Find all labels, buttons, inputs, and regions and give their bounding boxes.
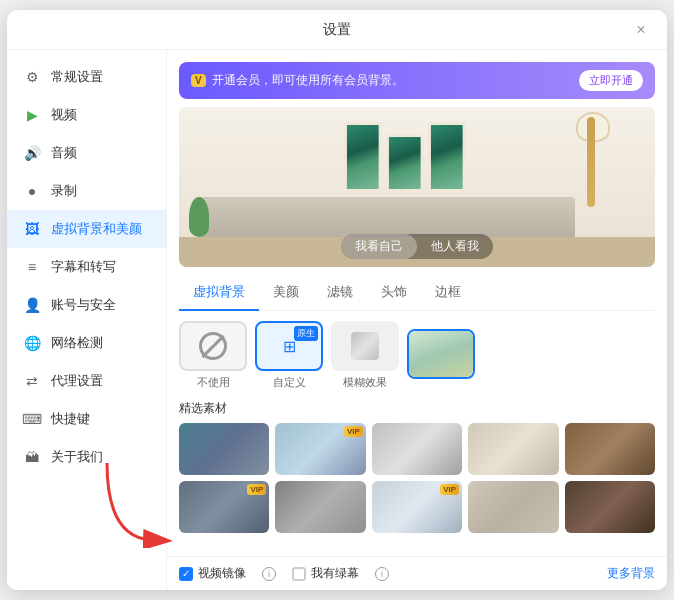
bg-room1-icon [407, 329, 475, 379]
material-item-m2[interactable]: VIP [275, 423, 365, 475]
material-item-m5[interactable] [565, 423, 655, 475]
vip-banner-left: V 开通会员，即可使用所有会员背景。 [191, 72, 404, 89]
sidebar-icon-network: 🌐 [23, 334, 41, 352]
tabs-row: 虚拟背景美颜滤镜头饰边框 [179, 275, 655, 311]
preview-area: 我看自己 他人看我 [179, 107, 655, 267]
sidebar-label-record: 录制 [51, 182, 77, 200]
green-screen-label: 我有绿幕 [311, 565, 359, 582]
bg-custom-icon: ⊞ 原生 [255, 321, 323, 371]
dialog-title: 设置 [323, 21, 351, 39]
sofa [199, 197, 575, 237]
tab-边框[interactable]: 边框 [421, 275, 475, 311]
sidebar-label-subtitle: 字幕和转写 [51, 258, 116, 276]
material-thumb-m3 [372, 423, 462, 475]
bg-options: 不使用 ⊞ 原生 自定义 模糊效果 [167, 311, 667, 400]
view-self-button[interactable]: 我看自己 [341, 234, 417, 259]
close-button[interactable]: × [631, 20, 651, 40]
material-thumb-m4 [468, 423, 558, 475]
sidebar-label-account: 账号与安全 [51, 296, 116, 314]
bottom-bar: ✓ 视频镜像 i 我有绿幕 i 更多背景 [167, 556, 667, 590]
video-mirror-info-icon[interactable]: i [262, 567, 276, 581]
room-thumb [409, 331, 473, 377]
sidebar-item-video[interactable]: ▶ 视频 [7, 96, 166, 134]
main-content: V 开通会员，即可使用所有会员背景。 立即开通 [167, 50, 667, 590]
sidebar-item-proxy[interactable]: ⇄ 代理设置 [7, 362, 166, 400]
video-mirror-check: ✓ [179, 567, 193, 581]
material-thumb-m1 [179, 423, 269, 475]
sidebar-label-network: 网络检测 [51, 334, 103, 352]
paintings [344, 122, 466, 192]
bg-custom-label: 自定义 [273, 375, 306, 390]
material-thumb-m10 [565, 481, 655, 533]
title-bar: 设置 × [7, 10, 667, 50]
vip-banner[interactable]: V 开通会员，即可使用所有会员背景。 立即开通 [179, 62, 655, 99]
tab-滤镜[interactable]: 滤镜 [313, 275, 367, 311]
sidebar-label-audio: 音频 [51, 144, 77, 162]
sidebar-icon-proxy: ⇄ [23, 372, 41, 390]
sidebar-item-about[interactable]: 🏔 关于我们 [7, 438, 166, 476]
view-toggle: 我看自己 他人看我 [341, 234, 493, 259]
video-mirror-label: 视频镜像 [198, 565, 246, 582]
checkmark: ✓ [182, 569, 190, 579]
section-title: 精选素材 [167, 400, 667, 423]
vip-label-m8: VIP [440, 484, 459, 495]
plant [189, 197, 209, 237]
sidebar-label-video: 视频 [51, 106, 77, 124]
tab-头饰[interactable]: 头饰 [367, 275, 421, 311]
sidebar-icon-account: 👤 [23, 296, 41, 314]
bg-option-blur[interactable]: 模糊效果 [331, 321, 399, 390]
sidebar-item-record[interactable]: ● 录制 [7, 172, 166, 210]
blur-visual [351, 332, 379, 360]
sidebar-icon-about: 🏔 [23, 448, 41, 466]
materials-grid: VIP VIP VIP [167, 423, 667, 533]
sidebar-item-network[interactable]: 🌐 网络检测 [7, 324, 166, 362]
sidebar-label-about: 关于我们 [51, 448, 103, 466]
sidebar-icon-general: ⚙ [23, 68, 41, 86]
material-item-m8[interactable]: VIP [372, 481, 462, 533]
material-item-m10[interactable] [565, 481, 655, 533]
sidebar-item-shortcut[interactable]: ⌨ 快捷键 [7, 400, 166, 438]
view-others-button[interactable]: 他人看我 [417, 234, 493, 259]
sidebar-icon-shortcut: ⌨ [23, 410, 41, 428]
sidebar: ⚙ 常规设置 ▶ 视频 🔊 音频 ● 录制 🖼 虚拟背景和美颜 ≡ 字幕和转写 … [7, 50, 167, 590]
sidebar-label-shortcut: 快捷键 [51, 410, 90, 428]
painting-3 [428, 122, 466, 192]
material-thumb-m7 [275, 481, 365, 533]
painting-2 [386, 134, 424, 192]
preview-background: 我看自己 他人看我 [179, 107, 655, 267]
material-thumb-m9 [468, 481, 558, 533]
more-backgrounds-link[interactable]: 更多背景 [607, 565, 655, 582]
sidebar-label-general: 常规设置 [51, 68, 103, 86]
bg-option-custom[interactable]: ⊞ 原生 自定义 [255, 321, 323, 390]
material-item-m9[interactable] [468, 481, 558, 533]
sidebar-icon-video: ▶ [23, 106, 41, 124]
material-item-m6[interactable]: VIP [179, 481, 269, 533]
material-item-m3[interactable] [372, 423, 462, 475]
material-item-m4[interactable] [468, 423, 558, 475]
video-mirror-checkbox[interactable]: ✓ 视频镜像 [179, 565, 246, 582]
sidebar-item-general[interactable]: ⚙ 常规设置 [7, 58, 166, 96]
sidebar-item-account[interactable]: 👤 账号与安全 [7, 286, 166, 324]
sidebar-icon-virtual-bg: 🖼 [23, 220, 41, 238]
sidebar-label-virtual-bg: 虚拟背景和美颜 [51, 220, 142, 238]
vip-label-m2: VIP [344, 426, 363, 437]
green-screen-checkbox[interactable]: 我有绿幕 [292, 565, 359, 582]
bg-none-icon [179, 321, 247, 371]
tab-虚拟背景[interactable]: 虚拟背景 [179, 275, 259, 311]
sidebar-item-audio[interactable]: 🔊 音频 [7, 134, 166, 172]
settings-dialog: 设置 × ⚙ 常规设置 ▶ 视频 🔊 音频 ● 录制 🖼 虚拟背景和美颜 ≡ 字… [7, 10, 667, 590]
bg-option-none[interactable]: 不使用 [179, 321, 247, 390]
sidebar-item-virtual-bg[interactable]: 🖼 虚拟背景和美颜 [7, 210, 166, 248]
vip-label-m6: VIP [247, 484, 266, 495]
vip-open-button[interactable]: 立即开通 [579, 70, 643, 91]
material-item-m1[interactable] [179, 423, 269, 475]
material-item-m7[interactable] [275, 481, 365, 533]
bg-option-room1[interactable] [407, 329, 475, 383]
sidebar-label-proxy: 代理设置 [51, 372, 103, 390]
lamp [587, 117, 595, 207]
vip-banner-text: 开通会员，即可使用所有会员背景。 [212, 72, 404, 89]
tab-美颜[interactable]: 美颜 [259, 275, 313, 311]
sidebar-item-subtitle[interactable]: ≡ 字幕和转写 [7, 248, 166, 286]
green-screen-info-icon[interactable]: i [375, 567, 389, 581]
bg-blur-label: 模糊效果 [343, 375, 387, 390]
